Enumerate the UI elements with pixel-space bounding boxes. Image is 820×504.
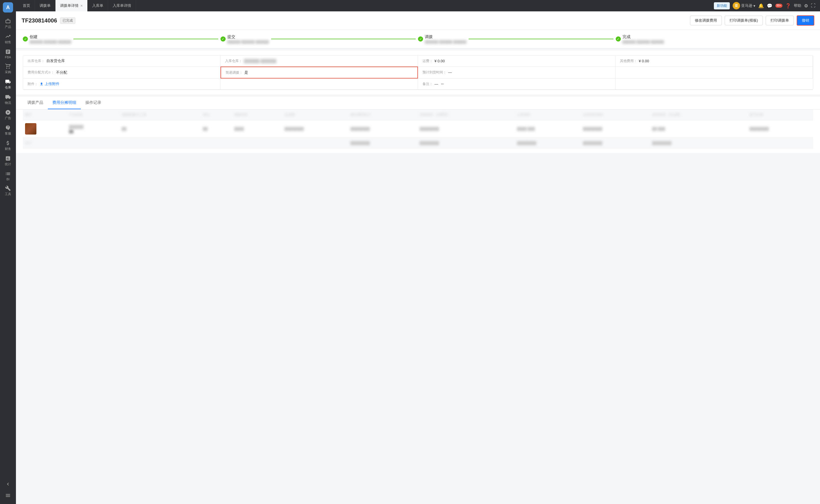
tabs-table-section: 调拨产品 费用分摊明细 操作记录 图片 产品信息 <box>16 97 820 153</box>
cell-inbound-cost: ████ ███ <box>515 120 581 138</box>
page-title: TF230814006 <box>22 17 57 24</box>
tabs-section: 调拨产品 费用分摊明细 操作记录 <box>16 97 820 110</box>
settings-icon[interactable]: ⚙ <box>804 3 808 9</box>
total-purchase-cost: ████████ <box>418 138 515 148</box>
info-empty-3 <box>616 79 813 90</box>
sidebar-item-sales[interactable]: 销售 <box>0 31 16 47</box>
cell-fee-total: ████████ <box>348 120 418 138</box>
cell-unit-price: ████ <box>232 120 282 138</box>
step-complete: ✓ 完成 ██████ ██████ ██████ <box>616 34 813 44</box>
page-header: TF230814006 已完成 修改调拨费用 打印调拨单(模板) 打印调拨单 撤… <box>16 11 820 30</box>
sidebar-menu-btn[interactable] <box>0 490 16 501</box>
step-check-complete: ✓ <box>616 36 621 42</box>
status-badge: 已完成 <box>60 17 75 24</box>
info-estimated-arrival: 预计到货时间： — <box>418 67 616 79</box>
cell-cost-diff: ██ ███ <box>650 120 747 138</box>
sidebar-item-fba[interactable]: FBA <box>0 47 16 61</box>
message-icon[interactable]: 💬 <box>767 3 773 9</box>
sidebar-item-product[interactable]: 产品 <box>0 16 16 31</box>
app-logo[interactable]: A <box>3 2 13 13</box>
help-icon[interactable]: ❓ <box>785 3 791 9</box>
main-area: 首页 调拨单 调拨单详情 ✕ 入库单 入库单详情 新功能 亚 亚马逊 <box>16 0 820 504</box>
close-tab-icon[interactable]: ✕ <box>80 4 83 8</box>
info-outbound-warehouse: 出库仓库： 自发货仓库 <box>23 55 220 67</box>
cell-total: ████████ <box>282 120 348 138</box>
info-freight: 运费： ¥ 0.00 <box>418 55 616 67</box>
step-label-submit: 提交 <box>227 34 269 40</box>
topnav-right: 新功能 亚 亚马逊 ▾ 🔔 💬 99+ ❓ 帮助 ⚙ ⛶ <box>714 2 820 9</box>
total-outbound-cost: ████████ <box>581 138 650 148</box>
step-submit: ✓ 提交 ██████ ██████ ██████ <box>220 34 418 44</box>
table-header-row: 图片 产品信息 调拨数量/已入库 单位 调拨单价 总金额 摊分费用合计 采购成本… <box>23 110 813 120</box>
col-profit-ratio: 盈亏比例 <box>747 110 813 120</box>
tab-home[interactable]: 首页 <box>18 0 35 11</box>
print-template-button[interactable]: 打印调拨单(模板) <box>725 16 763 25</box>
sidebar-item-bi[interactable]: BI <box>0 169 16 183</box>
tab-transfer-products[interactable]: 调拨产品 <box>23 97 48 109</box>
sidebar-collapse-btn[interactable] <box>0 479 16 489</box>
step-check-submit: ✓ <box>220 36 226 42</box>
sidebar-item-tools[interactable]: 工具 <box>0 183 16 199</box>
total-label: 合计 <box>23 138 348 148</box>
sidebar-bottom <box>0 479 16 504</box>
table-total-row: 合计 ████████ ████████ ████████ ████████ █… <box>23 138 813 148</box>
product-image <box>25 123 36 135</box>
upload-link[interactable]: 上传附件 <box>40 81 59 86</box>
step-sub-complete: ██████ ██████ ██████ <box>623 40 664 44</box>
step-transfer: ✓ 调拨 ██████ ██████ ██████ <box>418 34 616 44</box>
total-cost-diff: ████████ <box>650 138 747 148</box>
info-attachment: 附件： 上传附件 <box>23 79 220 90</box>
step-label-complete: 完成 <box>623 34 664 40</box>
step-line-2 <box>271 39 416 39</box>
print-button[interactable]: 打印调拨单 <box>766 16 794 25</box>
cell-unit: ██ <box>201 120 232 138</box>
step-line-3 <box>469 39 613 39</box>
cell-product-info: ██████ ██ <box>67 120 119 138</box>
step-sub-transfer: ██████ ██████ ██████ <box>425 40 466 44</box>
progress-section: ✓ 创建 ██████ ██████ ██████ ✓ 提交 ██████ ██… <box>16 30 820 48</box>
col-unit: 单位 <box>201 110 232 120</box>
info-empty-2 <box>220 79 418 90</box>
cancel-button[interactable]: 撤销 <box>797 15 814 26</box>
step-sub-submit: ██████ ██████ ██████ <box>227 40 269 44</box>
info-empty-1 <box>616 67 813 79</box>
page-content: TF230814006 已完成 修改调拨费用 打印调拨单(模板) 打印调拨单 撤… <box>16 11 820 504</box>
sidebar-item-finance[interactable]: 财务 <box>0 138 16 153</box>
modify-fee-button[interactable]: 修改调拨费用 <box>690 16 722 25</box>
steps-row: ✓ 创建 ██████ ██████ ██████ ✓ 提交 ██████ ██… <box>23 34 813 44</box>
data-table: 图片 产品信息 调拨数量/已入库 单位 调拨单价 总金额 摊分费用合计 采购成本… <box>23 110 813 148</box>
user-info[interactable]: 亚 亚马逊 ▾ <box>733 2 755 9</box>
step-line-1 <box>73 39 218 39</box>
sidebar-item-purchase[interactable]: 采购 <box>0 61 16 77</box>
table-section: 图片 产品信息 调拨数量/已入库 单位 调拨单价 总金额 摊分费用合计 采购成本… <box>16 110 820 153</box>
col-purchase-cost: 采购成本（含费用） <box>418 110 515 120</box>
sidebar-item-stats[interactable]: 统计 <box>0 153 16 169</box>
col-cost-diff: 成本差异（含运费） <box>650 110 747 120</box>
step-check-create: ✓ <box>23 36 28 42</box>
tab-operation-log[interactable]: 操作记录 <box>81 97 106 109</box>
topnav-tabs: 首页 调拨单 调拨单详情 ✕ 入库单 入库单详情 <box>18 0 714 11</box>
tab-inbound-detail[interactable]: 入库单详情 <box>108 0 136 11</box>
edit-remark-icon[interactable]: ✏ <box>441 82 444 86</box>
sidebar-item-ads[interactable]: 广告 <box>0 107 16 123</box>
avatar: 亚 <box>733 2 740 9</box>
sidebar-item-service[interactable]: 客服 <box>0 123 16 138</box>
bell-icon[interactable]: 🔔 <box>758 3 764 9</box>
info-simple-transfer: 简易调拨： 是 <box>220 67 418 79</box>
sidebar: A 产品 销售 FBA 采购 仓库 物流 广告 客服 财务 统计 B <box>0 0 16 504</box>
col-total: 总金额 <box>282 110 348 120</box>
step-label-create: 创建 <box>30 34 71 40</box>
cell-profit-ratio: ████████ <box>747 120 813 138</box>
sidebar-item-warehouse[interactable]: 仓库 <box>0 77 16 92</box>
expand-icon[interactable]: ⛶ <box>811 3 815 8</box>
tab-transfer-list[interactable]: 调拨单 <box>35 0 55 11</box>
col-fee-total: 摊分费用合计 <box>348 110 418 120</box>
col-qty: 调拨数量/已入库 <box>119 110 201 120</box>
tab-transfer-detail[interactable]: 调拨单详情 ✕ <box>55 0 88 11</box>
sidebar-item-logistics[interactable]: 物流 <box>0 92 16 107</box>
col-outbound-cost: 出库库存成本 <box>581 110 650 120</box>
tab-inbound-list[interactable]: 入库单 <box>88 0 108 11</box>
tab-fee-detail[interactable]: 费用分摊明细 <box>48 97 81 109</box>
info-other-fee: 其他费用： ¥ 0.00 <box>616 55 813 67</box>
new-feature-button[interactable]: 新功能 <box>714 2 730 9</box>
